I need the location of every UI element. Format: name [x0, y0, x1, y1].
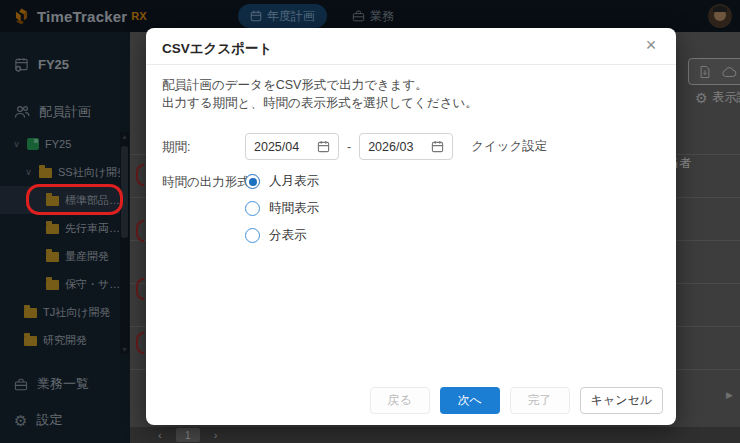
- radio-unselected-icon[interactable]: [245, 228, 260, 243]
- period-end-value: 2026/03: [368, 140, 413, 154]
- app-root: TimeTracker RX 年度計画 業務 FY25: [0, 0, 740, 443]
- close-icon[interactable]: ×: [640, 34, 662, 56]
- done-button[interactable]: 完了: [510, 387, 570, 414]
- dialog-title: CSVエクスポート: [162, 40, 272, 58]
- period-start-value: 2025/04: [254, 140, 299, 154]
- description-line-1: 配員計画のデータをCSV形式で出力できます。: [162, 76, 478, 94]
- calendar-icon[interactable]: [431, 140, 444, 153]
- radio-option-label: 時間表示: [269, 200, 319, 217]
- time-format-radio-group: 人月表示 時間表示 分表示: [245, 168, 319, 249]
- radio-selected-icon[interactable]: [245, 174, 260, 189]
- radio-option-person-month[interactable]: 人月表示: [245, 168, 319, 195]
- red-annotation-box: [26, 184, 123, 215]
- dialog-footer: 戻る 次へ 完了 キャンセル: [370, 387, 663, 414]
- period-fields: 2025/04 - 2026/03 クイック設定: [245, 133, 547, 160]
- radio-option-label: 人月表示: [269, 173, 319, 190]
- quick-setting-link[interactable]: クイック設定: [471, 138, 547, 155]
- radio-option-minutes[interactable]: 分表示: [245, 222, 319, 249]
- dialog-header: CSVエクスポート ×: [146, 28, 676, 65]
- description-line-2: 出力する期間と、時間の表示形式を選択してください。: [162, 94, 478, 112]
- radio-unselected-icon[interactable]: [245, 201, 260, 216]
- period-separator: -: [347, 140, 351, 154]
- radio-option-label: 分表示: [269, 227, 307, 244]
- dialog-description: 配員計画のデータをCSV形式で出力できます。 出力する期間と、時間の表示形式を選…: [162, 76, 478, 112]
- period-label: 期間:: [162, 139, 190, 156]
- cancel-button[interactable]: キャンセル: [580, 387, 663, 414]
- time-format-label: 時間の出力形式:: [162, 174, 253, 191]
- calendar-icon[interactable]: [317, 140, 330, 153]
- period-end-input[interactable]: 2026/03: [359, 133, 453, 160]
- back-button[interactable]: 戻る: [370, 387, 430, 414]
- next-button[interactable]: 次へ: [440, 387, 500, 414]
- period-start-input[interactable]: 2025/04: [245, 133, 339, 160]
- radio-option-hours[interactable]: 時間表示: [245, 195, 319, 222]
- csv-export-dialog: CSVエクスポート × 配員計画のデータをCSV形式で出力できます。 出力する期…: [146, 28, 676, 425]
